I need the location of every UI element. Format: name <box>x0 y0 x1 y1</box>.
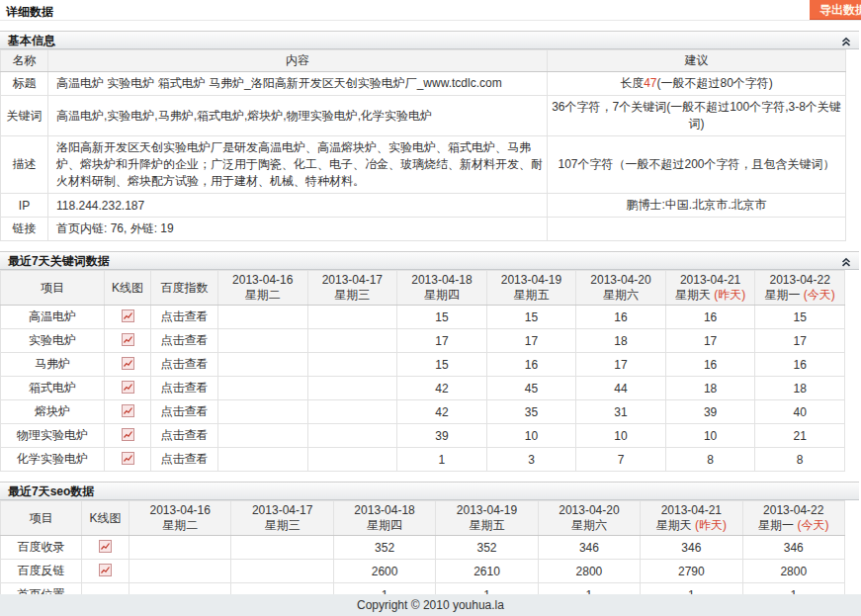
value-cell: 15 <box>486 306 576 329</box>
kline-chart-icon[interactable] <box>122 357 134 370</box>
value-cell: 352 <box>333 536 435 560</box>
date-column-header: 2013-04-19 星期五 <box>436 501 538 536</box>
value-cell: 15 <box>397 353 487 377</box>
keyword-label: 马弗炉 <box>1 353 105 377</box>
baidu-index-view-link[interactable]: 点击查看 <box>161 452 209 466</box>
kline-chart-icon[interactable] <box>122 333 134 346</box>
kline-chart-icon[interactable] <box>99 564 112 576</box>
value-cell: 17 <box>397 329 487 353</box>
table-header-row: 项目 K线图 百度指数 2013-04-16 星期二 2013-04-17 星期… <box>1 271 845 306</box>
value-cell: 39 <box>397 424 487 448</box>
kline-cell <box>82 560 129 583</box>
basic-row-content: 118.244.232.187 <box>48 194 548 218</box>
date-column-header: 2013-04-22 星期一 (今天) <box>755 271 845 306</box>
keyword-label: 箱式电炉 <box>1 377 105 400</box>
value-cell: 35 <box>486 400 576 424</box>
basic-info-section-header: 基本信息 <box>0 31 859 49</box>
value-cell: 16 <box>665 353 755 377</box>
value-cell: 17 <box>486 329 576 353</box>
value-cell: 17 <box>576 353 666 377</box>
value-cell: 17 <box>665 329 755 353</box>
baidu-index-cell: 点击查看 <box>151 353 218 377</box>
value-cell: 18 <box>576 329 666 353</box>
basic-row-advice: 鹏博士:中国.北京市.北京市 <box>548 194 846 218</box>
kline-chart-icon[interactable] <box>122 428 134 441</box>
value-cell: 2790 <box>641 560 742 583</box>
baidu-index-view-link[interactable]: 点击查看 <box>161 333 209 347</box>
baidu-index-view-link[interactable]: 点击查看 <box>161 357 209 371</box>
kline-cell <box>105 306 151 329</box>
kline-cell <box>105 448 151 472</box>
value-cell <box>307 448 397 472</box>
keyword-section-title: 最近7天关键词数据 <box>8 254 110 268</box>
kline-cell <box>105 400 151 424</box>
value-cell: 10 <box>576 424 666 448</box>
baidu-index-view-link[interactable]: 点击查看 <box>161 381 209 395</box>
basic-row-content: 高温电炉 实验电炉 箱式电炉 马弗炉_洛阳高新开发区天创实验电炉厂_www.tc… <box>48 72 548 96</box>
date-column-header: 2013-04-17 星期三 <box>307 271 397 306</box>
basic-row-content: 洛阳高新开发区天创实验电炉厂是研发高温电炉、高温熔块炉、实验电炉、箱式电炉、马弗… <box>48 136 548 194</box>
value-cell <box>218 424 308 448</box>
value-cell: 42 <box>397 400 487 424</box>
collapse-icon[interactable] <box>840 35 852 46</box>
value-cell: 15 <box>755 306 845 329</box>
table-row: IP 118.244.232.187 鹏博士:中国.北京市.北京市 <box>1 194 846 218</box>
column-header-kline: K线图 <box>82 501 129 536</box>
column-header-advice: 建议 <box>548 50 846 72</box>
column-header-kline: K线图 <box>105 271 151 306</box>
value-cell: 346 <box>641 536 742 560</box>
keyword-label: 物理实验电炉 <box>1 424 105 448</box>
kline-cell <box>105 353 151 377</box>
kline-chart-icon[interactable] <box>122 309 134 322</box>
column-header-item: 项目 <box>1 501 82 536</box>
basic-row-name: 描述 <box>1 136 48 194</box>
basic-row-advice: 36个字符，7个关键词(一般不超过100个字符,3-8个关键词) <box>548 96 846 136</box>
keyword-data-table: 项目 K线图 百度指数 2013-04-16 星期二 2013-04-17 星期… <box>0 270 845 472</box>
basic-info-section-title: 基本信息 <box>8 34 55 47</box>
kline-chart-icon[interactable] <box>122 381 134 394</box>
baidu-index-view-link[interactable]: 点击查看 <box>161 428 209 442</box>
keyword-data-section: 最近7天关键词数据 项目 K线图 百度指数 2013-04-16 星期二 201… <box>0 251 859 472</box>
table-row: 实验电炉 点击查看 17 17 18 17 17 <box>1 329 845 353</box>
value-cell: 2600 <box>333 560 435 583</box>
value-cell: 3 <box>486 448 576 472</box>
kline-chart-icon[interactable] <box>122 404 134 417</box>
page-title: 详细数据 <box>6 4 53 21</box>
baidu-index-cell: 点击查看 <box>151 306 218 329</box>
date-column-header: 2013-04-21 星期天 (昨天) <box>641 501 742 536</box>
seo-item-label: 百度反链 <box>1 560 82 583</box>
keyword-label: 高温电炉 <box>1 306 105 329</box>
value-cell <box>218 353 308 377</box>
basic-row-name: 标题 <box>1 72 48 96</box>
value-cell <box>218 448 308 472</box>
basic-row-advice: 长度47(一般不超过80个字符) <box>548 72 846 96</box>
kline-chart-icon[interactable] <box>99 540 112 553</box>
value-cell <box>218 377 308 400</box>
kline-cell <box>105 377 151 400</box>
table-row: 描述 洛阳高新开发区天创实验电炉厂是研发高温电炉、高温熔块炉、实验电炉、箱式电炉… <box>1 136 846 194</box>
date-column-header: 2013-04-19 星期五 <box>486 271 576 306</box>
table-row: 高温电炉 点击查看 15 15 16 16 15 <box>1 306 845 329</box>
value-cell: 21 <box>755 424 845 448</box>
baidu-index-cell: 点击查看 <box>151 377 218 400</box>
basic-row-advice <box>548 218 846 241</box>
value-cell: 18 <box>755 377 845 400</box>
table-row: 关键词 高温电炉,实验电炉,马弗炉,箱式电炉,熔块炉,物理实验电炉,化学实验电炉… <box>1 96 846 136</box>
export-data-button[interactable]: 导出数据 <box>810 0 861 20</box>
column-header-baidu-index: 百度指数 <box>151 271 218 306</box>
kline-cell <box>82 536 129 560</box>
value-cell: 16 <box>665 306 755 329</box>
baidu-index-view-link[interactable]: 点击查看 <box>161 404 209 418</box>
baidu-index-cell: 点击查看 <box>151 400 218 424</box>
value-cell: 7 <box>576 448 666 472</box>
basic-row-name: 链接 <box>1 218 48 241</box>
value-cell: 31 <box>576 400 666 424</box>
collapse-icon[interactable] <box>840 255 852 267</box>
value-cell: 2800 <box>742 560 844 583</box>
kline-chart-icon[interactable] <box>122 452 134 465</box>
table-row: 标题 高温电炉 实验电炉 箱式电炉 马弗炉_洛阳高新开发区天创实验电炉厂_www… <box>1 72 846 96</box>
basic-row-advice: 107个字符（一般不超过200个字符，且包含关键词） <box>548 136 846 194</box>
value-cell: 1 <box>397 448 487 472</box>
baidu-index-view-link[interactable]: 点击查看 <box>161 309 209 323</box>
table-row: 化学实验电炉 点击查看 1 3 7 8 8 <box>1 448 845 472</box>
